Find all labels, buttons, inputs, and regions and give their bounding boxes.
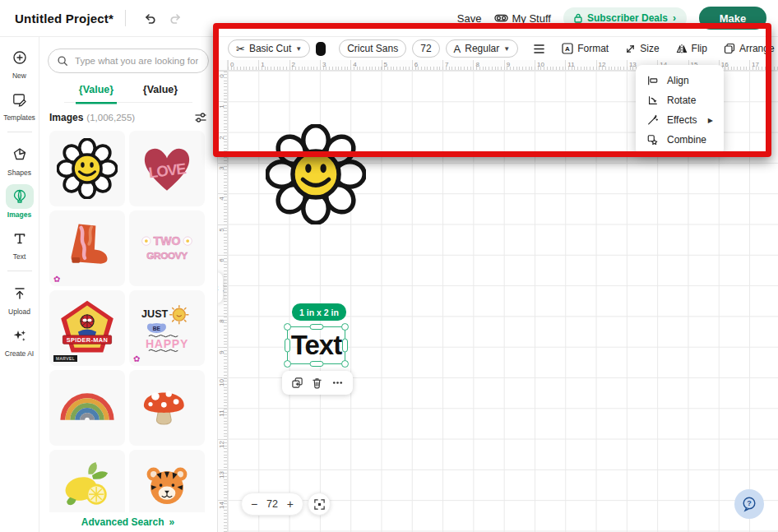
sidebar-item-create-ai[interactable]: Create AI — [0, 323, 39, 358]
sidebar-item-text[interactable]: Text — [0, 226, 39, 261]
flip-button[interactable]: Flip — [674, 43, 709, 54]
menu-item-rotate[interactable]: Rotate — [636, 90, 724, 110]
zoom-in-button[interactable]: + — [287, 497, 294, 511]
sidebar-item-images[interactable]: Images — [0, 184, 39, 219]
arrange-layers-icon — [724, 43, 735, 54]
ruler-corner — [218, 60, 228, 71]
sidebar-divider — [7, 271, 32, 271]
templates-icon — [6, 87, 34, 112]
double-chevron-icon: » — [169, 516, 175, 528]
sidebar-item-upload[interactable]: Upload — [0, 281, 39, 316]
undo-button[interactable] — [137, 12, 163, 25]
object-toolbar — [282, 371, 353, 395]
selection-handle-top-right[interactable] — [341, 323, 349, 331]
selection-handle-bottom[interactable] — [309, 361, 323, 367]
goggles-icon — [494, 12, 508, 24]
zoom-out-button[interactable]: − — [251, 497, 257, 511]
sparkle-icon — [6, 323, 34, 348]
search-input[interactable] — [73, 55, 200, 67]
selection-handle-bottom-left[interactable] — [284, 360, 291, 368]
sidebar-item-label: Text — [13, 252, 26, 261]
subscriber-deals-arrow: › — [673, 12, 676, 24]
search-box — [48, 49, 209, 73]
image-tile-cowboy-boot[interactable]: ✿ — [49, 210, 125, 286]
font-size-field[interactable]: 72 — [412, 39, 439, 58]
redo-button[interactable] — [163, 12, 188, 25]
sidebar-item-label: New — [12, 72, 26, 80]
h-ruler-tick: 6 — [412, 60, 413, 70]
duplicate-button[interactable] — [289, 375, 305, 391]
image-tile-mushroom[interactable] — [129, 370, 205, 446]
image-tile-just-be-happy[interactable]: JUST BE HAPPY ✿ — [129, 290, 205, 366]
image-tile-rainbow[interactable] — [49, 370, 125, 446]
project-title: Untitled Project* — [15, 12, 113, 25]
selection-handle-top[interactable] — [309, 324, 323, 330]
my-stuff-label: My Stuff — [512, 12, 551, 25]
more-dropdown-menu: Align Rotate Effects ▶ Combine — [636, 65, 724, 155]
subscriber-deals-button[interactable]: Subscriber Deals › — [563, 7, 687, 29]
sidebar-item-new[interactable]: New — [0, 45, 39, 80]
marvel-brand-tag: MARVEL — [53, 355, 77, 362]
sidebar-item-label: Images — [7, 210, 31, 219]
arrange-button[interactable]: Arrange — [722, 43, 776, 54]
image-tile-love-heart[interactable]: LOVE — [129, 131, 205, 206]
font-selector[interactable]: Cricut Sans — [339, 39, 406, 58]
my-stuff-button[interactable]: My Stuff — [494, 12, 551, 25]
font-style-label: Regular — [465, 43, 499, 54]
tab-value-2[interactable]: {Value} — [140, 84, 181, 102]
line-spacing-icon — [533, 44, 545, 54]
sidebar-item-label: Shapes — [7, 169, 31, 177]
sidebar-item-shapes[interactable]: Shapes — [0, 142, 39, 177]
svg-text:GROOVY: GROOVY — [146, 250, 188, 261]
selection-handle-top-left[interactable] — [284, 323, 291, 331]
v-ruler-tick: 11 — [218, 408, 227, 409]
more-options-button[interactable] — [330, 375, 345, 391]
image-tile-two-groovy[interactable]: TWO GROOVY — [129, 210, 205, 286]
v-ruler-tick: 13 — [218, 470, 227, 470]
fit-to-screen-button[interactable] — [308, 493, 331, 516]
resize-arrows-icon — [625, 44, 636, 54]
make-button[interactable]: Make — [699, 7, 766, 30]
size-button[interactable]: Size — [623, 43, 660, 54]
h-ruler-tick: 17 — [749, 60, 750, 70]
plus-circle-icon — [6, 45, 34, 70]
filter-button[interactable] — [194, 111, 207, 124]
canvas-text-object[interactable]: Text — [288, 327, 345, 363]
h-ruler-tick: 2 — [289, 60, 290, 70]
canvas-object-daisy[interactable] — [266, 124, 366, 226]
selection-handle-left[interactable] — [285, 339, 290, 353]
line-spacing-button[interactable] — [531, 44, 547, 54]
h-ruler-tick: 13 — [627, 60, 627, 70]
menu-item-label: Effects — [667, 114, 697, 126]
advanced-search-link[interactable]: Advanced Search » — [39, 512, 216, 532]
premium-flower-icon: ✿ — [133, 354, 140, 363]
sidebar-item-templates[interactable]: Templates — [0, 87, 39, 122]
font-style-selector[interactable]: A Regular ▼ — [446, 39, 519, 58]
rotate-icon — [646, 95, 659, 106]
save-button[interactable]: Save — [457, 12, 482, 25]
image-tile-spider-man[interactable]: SPIDER-MAN MARVEL — [49, 290, 125, 366]
images-balloon-icon — [6, 184, 34, 209]
selection-handle-bottom-right[interactable] — [341, 360, 349, 368]
help-button[interactable]: ? — [734, 489, 764, 519]
color-swatch[interactable] — [316, 42, 326, 56]
chevron-down-icon: ▼ — [295, 45, 302, 53]
menu-item-combine[interactable]: Combine — [636, 130, 724, 150]
sidebar-item-label: Upload — [8, 308, 30, 316]
menu-item-label: Combine — [667, 134, 706, 146]
menu-item-effects[interactable]: Effects ▶ — [636, 110, 724, 130]
v-ruler-tick: 10 — [218, 377, 227, 378]
canvas-area: ✂ Basic Cut ▼ Cricut Sans 72 A Regular ▼… — [218, 37, 778, 532]
edit-toolbar: ✂ Basic Cut ▼ Cricut Sans 72 A Regular ▼… — [218, 37, 778, 60]
image-tile-smiley-daisy[interactable] — [49, 131, 125, 206]
cowboy-boot-art — [57, 218, 118, 279]
menu-item-align[interactable]: Align — [636, 71, 724, 90]
text-selection-box[interactable]: Text — [287, 326, 345, 364]
linetype-selector[interactable]: ✂ Basic Cut ▼ — [228, 39, 310, 58]
tab-value-1[interactable]: {Value} — [76, 84, 117, 102]
h-ruler-tick: 10 — [535, 60, 535, 70]
delete-button[interactable] — [309, 375, 325, 391]
filter-sliders-icon — [194, 111, 207, 124]
selection-handle-right[interactable] — [342, 339, 348, 353]
format-button[interactable]: A Format — [560, 43, 610, 54]
